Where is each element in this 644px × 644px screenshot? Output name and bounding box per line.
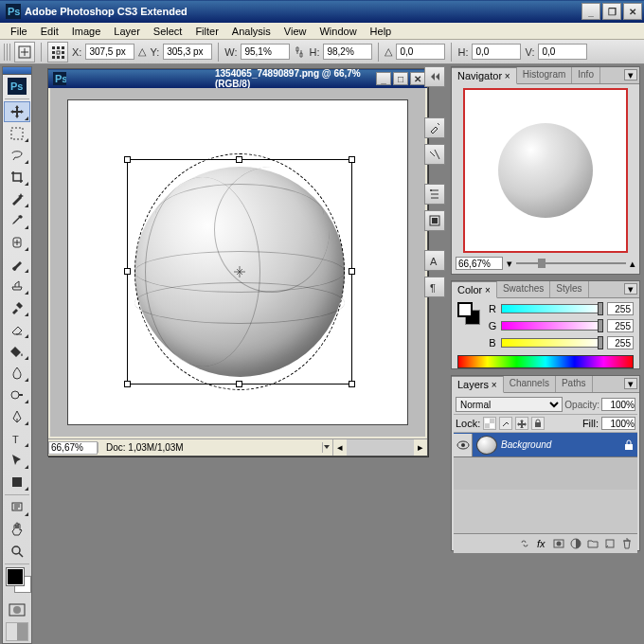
transform-bounding-box[interactable]	[127, 159, 352, 385]
handle-top-left[interactable]	[124, 156, 131, 163]
pen-tool[interactable]	[4, 406, 30, 427]
y-input[interactable]	[163, 44, 212, 60]
transform-tool-icon[interactable]	[14, 42, 35, 63]
group-icon[interactable]	[585, 537, 600, 550]
screen-mode-button[interactable]	[6, 622, 28, 641]
new-layer-icon[interactable]	[602, 537, 617, 550]
handle-bottom-left[interactable]	[124, 381, 131, 387]
canvas-area[interactable]	[50, 88, 425, 437]
hand-tool[interactable]	[4, 519, 30, 540]
blur-tool[interactable]	[4, 363, 30, 384]
handle-bottom-center[interactable]	[236, 381, 242, 387]
document-titlebar[interactable]: Ps 1354065_74890897.png @ 66,7% (RGB/8) …	[48, 69, 427, 88]
history-brush-tool[interactable]	[4, 297, 30, 318]
menu-view[interactable]: View	[277, 25, 313, 38]
visibility-toggle-icon[interactable]	[454, 434, 473, 456]
zoom-out-icon[interactable]: ▾	[507, 258, 512, 270]
color-wells[interactable]	[3, 566, 31, 599]
scroll-left-button[interactable]: ◂	[333, 439, 347, 456]
navigator-zoom-input[interactable]	[456, 257, 503, 270]
menu-image[interactable]: Image	[65, 25, 108, 38]
handle-top-right[interactable]	[349, 156, 355, 163]
type-tool[interactable]: T	[4, 428, 30, 449]
layer-thumbnail[interactable]	[476, 436, 497, 455]
magic-wand-tool[interactable]	[4, 188, 30, 209]
notes-tool[interactable]	[4, 497, 30, 518]
b-slider[interactable]	[501, 338, 603, 348]
eyedropper-tool[interactable]	[4, 210, 30, 231]
tab-info[interactable]: Info	[572, 67, 600, 83]
menu-layer[interactable]: Layer	[107, 25, 147, 38]
menu-filter[interactable]: Filter	[188, 25, 224, 38]
menu-analysis[interactable]: Analysis	[225, 25, 277, 38]
r-input[interactable]	[607, 302, 634, 315]
tab-styles[interactable]: Styles	[550, 281, 588, 297]
ps-logo-icon[interactable]: Ps	[4, 76, 30, 97]
tab-channels[interactable]: Channels	[504, 376, 556, 392]
lock-all-icon[interactable]	[531, 417, 545, 430]
lock-transparency-icon[interactable]	[483, 417, 496, 430]
clone-stamp-tool[interactable]	[4, 276, 30, 296]
lock-position-icon[interactable]	[515, 417, 528, 430]
delete-layer-icon[interactable]	[619, 537, 635, 550]
character-panel-icon[interactable]: A	[424, 250, 445, 271]
maximize-button[interactable]: ❐	[602, 3, 621, 20]
paragraph-panel-icon[interactable]: ¶	[424, 277, 445, 297]
zoom-tool[interactable]	[4, 541, 30, 562]
skew-h-input[interactable]	[472, 44, 521, 60]
clone-panel-icon[interactable]	[424, 144, 445, 165]
status-menu-icon[interactable]	[323, 443, 332, 453]
color-menu-icon[interactable]: ▾	[624, 283, 637, 295]
color-fg-well[interactable]	[457, 302, 473, 317]
shape-tool[interactable]	[4, 472, 30, 492]
blend-mode-select[interactable]: Normal	[456, 397, 563, 412]
lasso-tool[interactable]	[4, 145, 30, 166]
minimize-button[interactable]: _	[581, 3, 600, 20]
skew-v-input[interactable]	[538, 44, 587, 60]
tab-swatches[interactable]: Swatches	[497, 281, 550, 297]
options-grip[interactable]	[4, 44, 10, 61]
move-tool[interactable]	[4, 101, 30, 122]
tab-paths[interactable]: Paths	[556, 376, 593, 392]
healing-brush-tool[interactable]	[4, 232, 30, 253]
menu-select[interactable]: Select	[147, 25, 189, 38]
foreground-color-well[interactable]	[7, 568, 24, 585]
canvas[interactable]	[67, 99, 408, 425]
menu-file[interactable]: File	[4, 25, 34, 38]
doc-maximize-button[interactable]: □	[393, 72, 408, 85]
eraser-tool[interactable]	[4, 319, 30, 340]
angle-input[interactable]	[396, 44, 445, 60]
layer-row[interactable]: Background	[454, 433, 637, 457]
tool-presets-icon[interactable]	[424, 184, 445, 205]
r-slider[interactable]	[501, 304, 603, 313]
handle-bottom-right[interactable]	[349, 381, 355, 387]
handle-right-center[interactable]	[349, 268, 355, 275]
dodge-tool[interactable]	[4, 385, 30, 405]
tab-color[interactable]: Color ×	[452, 281, 497, 298]
brush-tool[interactable]	[4, 254, 30, 275]
navigator-preview[interactable]	[463, 88, 628, 253]
w-input[interactable]	[241, 44, 290, 60]
b-input[interactable]	[607, 336, 634, 349]
h-input[interactable]	[323, 44, 372, 60]
dock-expand-button[interactable]	[424, 66, 445, 87]
paint-bucket-tool[interactable]	[4, 341, 30, 362]
transform-center-icon[interactable]	[234, 266, 245, 277]
g-input[interactable]	[607, 319, 634, 332]
doc-minimize-button[interactable]: _	[376, 72, 391, 85]
layers-menu-icon[interactable]: ▾	[624, 378, 637, 389]
g-slider[interactable]	[501, 321, 603, 331]
color-ramp[interactable]	[457, 355, 634, 368]
link-wh-icon[interactable]	[294, 45, 305, 59]
toolbox-header[interactable]	[3, 67, 31, 75]
lock-image-icon[interactable]	[499, 417, 512, 430]
zoom-slider[interactable]	[516, 259, 626, 268]
close-button[interactable]: ✕	[623, 3, 642, 20]
fill-input[interactable]	[601, 417, 635, 430]
handle-left-center[interactable]	[124, 268, 131, 275]
reference-point-button[interactable]	[47, 42, 68, 63]
navigator-menu-icon[interactable]: ▾	[624, 69, 637, 80]
menu-window[interactable]: Window	[313, 25, 363, 38]
horizontal-scrollbar[interactable]	[347, 439, 414, 456]
adjustment-layer-icon[interactable]	[568, 537, 583, 550]
